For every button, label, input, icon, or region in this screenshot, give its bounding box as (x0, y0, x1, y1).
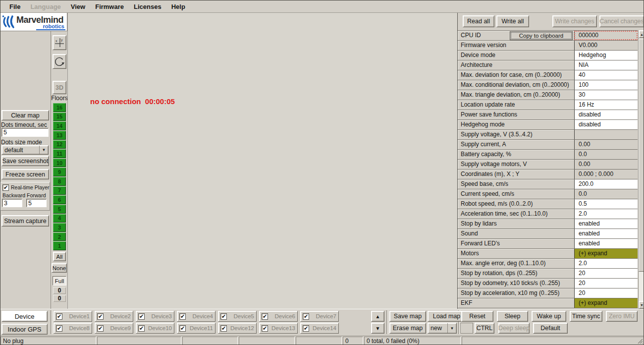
param-value-sound[interactable]: enabled (574, 229, 638, 238)
param-value-coordinates-m-x-y[interactable]: 0.000 ; 0.000 (574, 170, 638, 179)
floor-button-6[interactable]: 6 (53, 195, 66, 204)
menu-view[interactable]: View (66, 3, 90, 10)
floor-button-12[interactable]: 12 (53, 140, 66, 149)
floor-button-10[interactable]: 10 (53, 159, 66, 168)
param-value-supply-voltage-v-3-5-4-2-[interactable] (574, 130, 638, 139)
device-tab-button[interactable]: Device (1, 311, 48, 322)
floor-button-3[interactable]: 3 (53, 223, 66, 232)
param-value-architecture[interactable]: NIA (574, 60, 638, 70)
device-list-up-button[interactable]: ▲ (371, 311, 384, 322)
param-value-supply-current-a[interactable]: 0.00 (574, 140, 638, 149)
checkbox-checked-icon[interactable]: ✔ (138, 325, 145, 332)
param-value-location-update-rate[interactable]: 16 Hz (574, 100, 638, 110)
param-value-stop-by-acceleration-x10-mg-0-255-[interactable]: 20 (574, 288, 638, 298)
scrollbar-thumb[interactable] (639, 39, 644, 272)
param-value-device-mode[interactable]: Hedgehog (574, 51, 638, 60)
param-value-stop-by-odometry-x10-ticks-s-0-255-[interactable]: 20 (574, 279, 638, 288)
floor-button-1[interactable]: 1 (53, 241, 66, 250)
dots-timeout-input[interactable] (1, 128, 49, 137)
write-all-button[interactable]: Write all (496, 15, 529, 27)
clear-map-button[interactable]: Clear map (1, 110, 49, 120)
floors-full-button[interactable]: Full (53, 276, 66, 286)
time-sync-button[interactable]: Time sync (570, 311, 602, 322)
checkbox-checked-icon[interactable]: ✔ (262, 325, 268, 332)
device-cell-device5[interactable]: ✔Device5 (218, 311, 257, 322)
menu-licenses[interactable]: Licenses (129, 3, 166, 10)
menu-help[interactable]: Help (166, 3, 190, 10)
rotate-view-button[interactable] (53, 54, 66, 69)
param-value-stop-by-rotation-dps-0-255-[interactable]: 20 (574, 269, 638, 278)
param-value-power-save-functions[interactable]: disabled (574, 110, 638, 119)
sleep-button[interactable]: Sleep (497, 311, 528, 322)
device-cell-device6[interactable]: ✔Device6 (259, 311, 298, 322)
device-list-down-button[interactable]: ▼ (371, 323, 384, 334)
freeze-screen-button[interactable]: Freeze screen (1, 169, 49, 179)
checkbox-checked-icon[interactable]: ✔ (303, 325, 309, 332)
checkbox-checked-icon[interactable]: ✔ (179, 313, 186, 320)
device-cell-device12[interactable]: ✔Device12 (218, 323, 257, 334)
param-value-ekf[interactable]: (+) expand (574, 298, 638, 308)
param-value-max-triangle-deviation-cm-0-20000-[interactable]: 30 (574, 90, 638, 100)
param-value-forward-led-s[interactable]: enabled (574, 239, 638, 248)
floor-button-7[interactable]: 7 (53, 186, 66, 195)
indoor-gps-tab-button[interactable]: Indoor GPS (1, 324, 48, 335)
map-canvas[interactable]: no connection 00:00:05 (67, 13, 457, 309)
device-cell-device2[interactable]: ✔Device2 (95, 311, 133, 322)
copy-to-clipboard-button[interactable]: Copy to clipboard (510, 31, 573, 40)
checkbox-checked-icon[interactable]: ✔ (97, 313, 104, 320)
param-value-current-speed-cm-s[interactable]: 0.0 (574, 189, 638, 199)
param-value-robot-speed-m-s-0-0-2-0-[interactable]: 0.5 (574, 199, 638, 209)
floor-button-5[interactable]: 5 (53, 205, 66, 214)
device-cell-device8[interactable]: ✔Device8 (54, 323, 92, 334)
checkbox-checked-icon[interactable]: ✔ (56, 313, 62, 320)
reset-button[interactable]: Reset (461, 311, 493, 322)
param-value-cpu-id[interactable]: 000000 (574, 31, 638, 40)
param-value-battery-capacity-[interactable]: 0.0 (574, 150, 638, 159)
menu-file[interactable]: File (4, 3, 25, 10)
realtime-player-checkbox[interactable]: ✔ (2, 184, 9, 191)
checkbox-checked-icon[interactable]: ✔ (138, 313, 145, 320)
device-cell-device10[interactable]: ✔Device10 (136, 323, 174, 334)
default-button[interactable]: Default (533, 323, 568, 334)
device-cell-device9[interactable]: ✔Device9 (95, 323, 133, 334)
param-value-max-deviation-for-case-cm-0-20000-[interactable]: 40 (574, 70, 638, 80)
floors-none-button[interactable]: None (52, 263, 67, 273)
save-map-button[interactable]: Save map (389, 311, 426, 322)
wake-up-button[interactable]: Wake up (532, 311, 566, 322)
scroll-up-icon[interactable]: ▲ (639, 30, 644, 38)
param-value-motors[interactable]: (+) expand (574, 249, 638, 258)
floor-button-2[interactable]: 2 (53, 232, 66, 241)
menu-firmware[interactable]: Firmware (90, 3, 129, 10)
save-screenshot-button[interactable]: Save screenshot (1, 156, 49, 166)
floor-button-16[interactable]: 16 (53, 103, 66, 112)
param-value-hedgehog-mode[interactable]: disabled (574, 120, 638, 129)
device-cell-device14[interactable]: ✔Device14 (300, 323, 339, 334)
floor-button-15[interactable]: 15 (53, 113, 66, 121)
parameters-scrollbar[interactable]: ▲ ▼ (638, 30, 644, 309)
param-value-max-conditional-deviation-cm-0-20000-[interactable]: 100 (574, 80, 638, 90)
floors-all-button[interactable]: All (53, 252, 66, 261)
checkbox-checked-icon[interactable]: ✔ (179, 325, 186, 332)
floor-button-11[interactable]: 11 (53, 149, 66, 158)
floor-button-8[interactable]: 8 (53, 177, 66, 186)
param-value-supply-voltage-motors-v[interactable]: 0.00 (574, 160, 638, 169)
forward-input[interactable] (26, 199, 47, 207)
ctrl-modifier-box[interactable] (460, 323, 473, 334)
ctrl-button[interactable]: CTRL (475, 323, 494, 334)
checkbox-checked-icon[interactable]: ✔ (56, 325, 62, 332)
dots-size-mode-select[interactable]: default ▼ (1, 145, 49, 155)
param-value-speed-base-cm-s[interactable]: 200.0 (574, 179, 638, 189)
floor-button-14[interactable]: 14 (53, 121, 66, 130)
floor-button-13[interactable]: 13 (53, 131, 66, 140)
checkbox-checked-icon[interactable]: ✔ (220, 313, 227, 320)
erase-map-button[interactable]: Erase map (389, 323, 426, 334)
stream-capture-button[interactable]: Stream capture (1, 215, 49, 227)
map-select[interactable]: new ▼ (428, 323, 457, 334)
floor-button-4[interactable]: 4 (53, 214, 66, 223)
device-cell-device7[interactable]: ✔Device7 (300, 311, 339, 322)
device-cell-device4[interactable]: ✔Device4 (177, 311, 215, 322)
device-cell-device13[interactable]: ✔Device13 (259, 323, 298, 334)
device-cell-device1[interactable]: ✔Device1 (54, 311, 92, 322)
param-value-max-angle-error-deg-0-1-10-0-[interactable]: 2.0 (574, 259, 638, 268)
load-map-button[interactable]: Load map (428, 311, 466, 322)
